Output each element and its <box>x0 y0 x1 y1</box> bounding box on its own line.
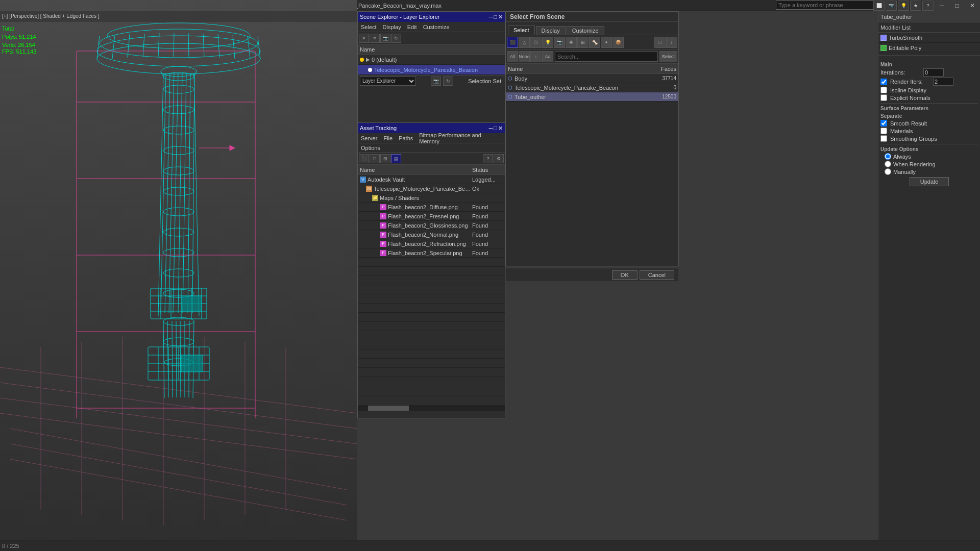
render-icon[interactable]: ⬜ <box>873 1 885 11</box>
at-scrollbar[interactable] <box>358 405 505 411</box>
at-scroll-thumb[interactable] <box>368 406 409 411</box>
mp-explicit-label: Explicit Normals <box>890 95 930 101</box>
viewport[interactable]: [+] [Perspective] [ Shaded + Edged Faces… <box>0 0 357 551</box>
modifier-stack: TurboSmooth Editable Poly <box>878 33 980 53</box>
close-btn[interactable]: ✕ <box>965 0 980 11</box>
mp-render-iters-check[interactable] <box>880 79 887 85</box>
ss-invert-btn[interactable]: ↕ <box>666 37 677 48</box>
se-restore-btn[interactable]: □ <box>494 14 497 20</box>
se-camera-icon[interactable]: 📷 <box>380 34 390 43</box>
at-minimize-btn[interactable]: ─ <box>489 125 493 132</box>
se-close-icon[interactable]: ✕ <box>359 34 369 43</box>
mp-radio-always-input[interactable] <box>885 153 891 160</box>
light-icon[interactable]: 💡 <box>898 1 909 11</box>
modifier-turbosmooth[interactable]: TurboSmooth <box>878 33 980 43</box>
mp-radio-manually-input[interactable] <box>885 168 891 175</box>
mp-smoothing-check[interactable] <box>880 135 887 142</box>
ss-filter-light-btn[interactable]: 💡 <box>542 37 553 48</box>
at-row-vault[interactable]: V Autodesk Vault Logged... <box>358 175 505 184</box>
mp-explicit-check[interactable] <box>880 94 887 101</box>
ss-cancel-btn[interactable]: Cancel <box>640 270 674 280</box>
ss-filter-space-btn[interactable]: ⊞ <box>577 37 589 48</box>
se-minimize-btn[interactable]: ─ <box>489 14 493 20</box>
at-menu-bitmap[interactable]: Bitmap Performance and Memory <box>418 132 503 144</box>
ss-filter-helper-btn[interactable]: ✚ <box>566 37 577 48</box>
se-footer-icon1[interactable]: 📷 <box>431 77 441 86</box>
search-input[interactable] <box>776 1 878 10</box>
ss-filter-shape-btn[interactable]: ⬡ <box>530 37 542 48</box>
at-options-label[interactable]: Options <box>360 145 381 151</box>
se-menu-edit[interactable]: Edit <box>406 24 418 30</box>
layer-row-1[interactable]: Telescopic_Motorcycle_Pancake_Beacon <box>358 65 505 75</box>
ss-filter-particle-btn[interactable]: ✦ <box>601 37 612 48</box>
mp-smooth-check[interactable] <box>880 120 887 127</box>
ss-filter-geo-btn[interactable]: △ <box>519 37 530 48</box>
maxfile-name: Telescopic_Motorcycle_Pancake_Beacon_max… <box>374 186 472 192</box>
at-options-row: Options <box>358 143 505 153</box>
se-filter-icon[interactable]: ≡ <box>370 34 380 43</box>
mp-render-iters-label: Render Iters: <box>890 79 931 85</box>
ss-tab-customize[interactable]: Customize <box>567 26 604 35</box>
at-menu-server[interactable]: Server <box>360 135 378 141</box>
at-btn-3[interactable]: ⊞ <box>380 154 390 163</box>
help-icon[interactable]: ? <box>922 1 934 11</box>
ss-filter-container-btn[interactable]: 📦 <box>612 37 624 48</box>
ss-case-btn[interactable]: Aa <box>542 51 553 62</box>
ss-all-btn[interactable]: All <box>507 51 518 62</box>
se-footer-icon2[interactable]: ↻ <box>443 77 453 86</box>
mp-materials-check[interactable] <box>880 128 887 134</box>
camera-icon[interactable]: 📷 <box>886 1 897 11</box>
ss-item-telescopic[interactable]: ⬡ Telescopic_Motorcycle_Pancake_Beacon 0 <box>506 83 678 92</box>
mp-update-btn[interactable]: Update <box>910 177 949 186</box>
mp-render-iters-input[interactable] <box>933 78 953 86</box>
ss-invert2-btn[interactable]: ↕ <box>530 51 542 62</box>
at-help-btn[interactable]: ? <box>483 154 493 163</box>
ss-ok-btn[interactable]: OK <box>612 270 638 280</box>
at-row-maxfile[interactable]: M Telescopic_Motorcycle_Pancake_Beacon_m… <box>358 184 505 193</box>
se-menu-customize[interactable]: Customize <box>422 24 451 30</box>
ss-item-body[interactable]: ⬡ Body 37714 <box>506 74 678 83</box>
at-row-fresnel[interactable]: P Flash_beacon2_Fresnel.png Found <box>358 212 505 221</box>
ss-filter-cam-btn[interactable]: 📷 <box>554 37 565 48</box>
layer-expand-0[interactable]: ▶ <box>366 57 370 62</box>
at-row-maps[interactable]: 📁 Maps / Shaders <box>358 193 505 203</box>
at-row-glossiness[interactable]: P Flash_beacon2_Glossiness.png Found <box>358 221 505 230</box>
se-close-btn[interactable]: ✕ <box>498 14 503 20</box>
at-settings-btn[interactable]: ⚙ <box>494 154 504 163</box>
maximize-btn[interactable]: □ <box>949 0 965 11</box>
at-btn-2[interactable]: □ <box>370 154 380 163</box>
at-row-normal[interactable]: P Flash_beacon2_Normal.png Found <box>358 230 505 239</box>
at-menu-file[interactable]: File <box>382 135 394 141</box>
at-close-btn[interactable]: ✕ <box>498 125 503 132</box>
at-btn-4[interactable]: ▤ <box>391 154 401 163</box>
mp-separator-3 <box>880 144 978 144</box>
at-menu-paths[interactable]: Paths <box>398 135 414 141</box>
ss-item-tube[interactable]: ⬡ Tube_outher 12500 <box>506 92 678 102</box>
at-empty-13 <box>358 368 505 377</box>
ss-none-btn[interactable]: □ <box>654 37 666 48</box>
at-btn-1[interactable]: ⬛ <box>359 154 369 163</box>
ss-filter-all-btn[interactable]: ⬛ <box>507 37 518 48</box>
body-faces: 37714 <box>651 76 676 81</box>
ss-search-input[interactable] <box>555 52 658 62</box>
ss-tab-select[interactable]: Select <box>508 26 535 35</box>
mp-radio-rendering-input[interactable] <box>885 161 891 167</box>
mp-iterations-input[interactable] <box>923 68 944 77</box>
se-menu-select[interactable]: Select <box>360 24 378 30</box>
modifier-editable-poly[interactable]: Editable Poly <box>878 43 980 53</box>
maxfile-status: Ok <box>472 186 503 192</box>
at-row-refraction[interactable]: P Flash_beacon2_Refraction.png Found <box>358 239 505 248</box>
at-row-diffuse[interactable]: P Flash_beacon2_Diffuse.png Found <box>358 203 505 212</box>
ss-tab-display[interactable]: Display <box>536 26 566 35</box>
mp-isoline-check[interactable] <box>880 87 887 93</box>
layer-row-0[interactable]: ▶ 0 (default) <box>358 55 505 65</box>
at-row-specular[interactable]: P Flash_beacon2_Specular.png Found <box>358 248 505 258</box>
ss-filter-bone-btn[interactable]: 🦴 <box>589 37 600 48</box>
at-restore-btn[interactable]: □ <box>494 125 497 132</box>
se-sync-icon[interactable]: ↻ <box>391 34 401 43</box>
se-menu-display[interactable]: Display <box>382 24 402 30</box>
minimize-btn[interactable]: ─ <box>934 0 949 11</box>
ss-none2-btn[interactable]: None <box>519 51 530 62</box>
layer-explorer-select[interactable]: Layer Explorer <box>360 77 416 86</box>
bookmark-icon[interactable]: ★ <box>910 1 921 11</box>
